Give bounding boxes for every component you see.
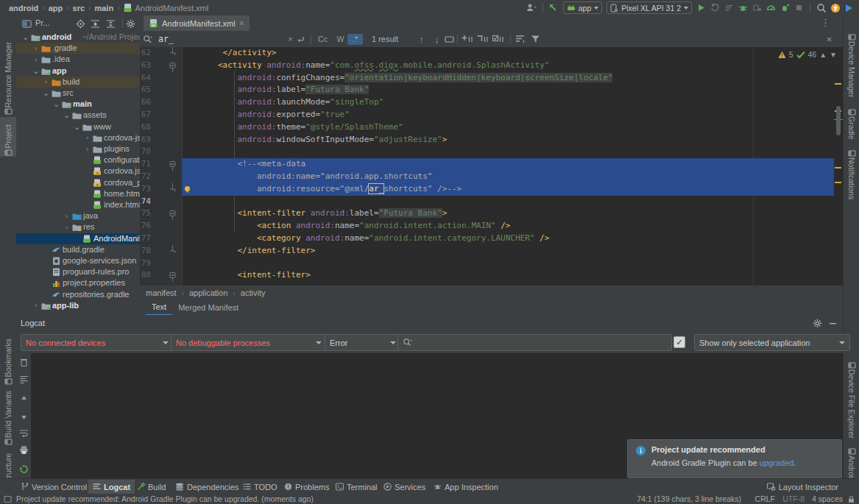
user-dropdown-icon[interactable] — [525, 1, 539, 15]
caret-position[interactable]: 74:1 (139 chars, 3 line breaks) — [637, 494, 741, 503]
tree-row[interactable]: build.gradle — [16, 244, 140, 255]
editor-view-tab-text[interactable]: Text — [146, 300, 172, 316]
stripe-warning-mark[interactable] — [835, 83, 841, 85]
editor-tab-androidmanifest[interactable]: MF AndroidManifest.xml × — [144, 15, 250, 32]
tree-row[interactable]: ⌄app — [16, 65, 140, 77]
intention-bulb-icon[interactable] — [183, 185, 191, 194]
breadcrumb-item-4[interactable]: AndroidManifest.xml — [132, 4, 212, 13]
tree-row[interactable]: JScordova_plugins.js — [16, 177, 140, 188]
indent-setting[interactable]: 4 spaces — [812, 494, 843, 503]
code-line[interactable]: android:resource="@xml/ar_shortcuts" />-… — [179, 183, 462, 196]
bottom-tab-services[interactable]: Services — [379, 480, 430, 494]
bottom-tab-terminal[interactable]: Terminal — [331, 480, 382, 494]
fold-marker-start[interactable] — [169, 269, 176, 282]
apply-code-changes-icon[interactable] — [722, 1, 736, 15]
bottom-tab-todo[interactable]: TODO — [238, 480, 282, 494]
profiler-icon[interactable] — [764, 1, 778, 15]
code-line[interactable]: <activity android:name="com.ofss.digx.mo… — [179, 60, 549, 72]
line-number[interactable]: 73 — [141, 183, 151, 196]
line-number[interactable]: 75 — [141, 207, 151, 220]
clear-logcat-icon[interactable] — [18, 357, 29, 368]
editor-gutter[interactable]: 62636465666768697071727374757677787980 — [140, 47, 182, 300]
fold-marker-end[interactable] — [169, 245, 176, 258]
stripe-warning-mark[interactable] — [835, 167, 841, 168]
stripe-button-resource-manager[interactable]: Resource Manager — [0, 33, 16, 116]
scroll-to-end-icon[interactable] — [18, 374, 29, 385]
file-encoding[interactable]: UTF-8 — [782, 494, 805, 503]
line-number[interactable]: 69 — [141, 134, 151, 146]
line-number[interactable]: 78 — [141, 245, 151, 258]
logcat-regex-checkbox[interactable]: ✓ — [674, 336, 685, 348]
notification-link[interactable]: upgraded — [760, 458, 794, 467]
tree-expander[interactable]: ⌄ — [32, 65, 39, 77]
find-input[interactable]: ar_ — [158, 34, 174, 44]
find-previous-button[interactable]: ↑ — [414, 34, 429, 45]
logcat-process-selector[interactable]: No debuggable processes — [171, 334, 327, 351]
tree-expander[interactable]: › — [32, 300, 39, 311]
structure-crumb-activity[interactable]: activity — [241, 288, 266, 297]
xml-structure-breadcrumb[interactable]: manifest›application›activity — [140, 285, 843, 300]
fold-marker-end[interactable] — [169, 47, 176, 60]
tree-expander[interactable]: › — [63, 210, 70, 221]
bottom-tab-problems[interactable]: Problems — [280, 480, 333, 494]
tree-row[interactable]: ›.idea — [16, 54, 140, 65]
print-icon[interactable] — [18, 444, 29, 455]
regex-toggle[interactable]: .* — [347, 34, 363, 45]
line-number[interactable]: 66 — [141, 96, 151, 109]
fold-marker-start[interactable] — [169, 60, 176, 72]
breadcrumb-item-1[interactable]: app — [46, 4, 66, 13]
line-separator[interactable]: CRLF — [755, 494, 775, 503]
tree-row[interactable]: ›plugins — [16, 143, 140, 155]
tree-row[interactable]: ›build — [16, 77, 140, 88]
find-close-button[interactable]: × — [821, 34, 837, 45]
bottom-tab-version-control[interactable]: Version Control — [16, 480, 91, 494]
tree-row[interactable]: ›java — [16, 210, 140, 221]
run-icon[interactable] — [694, 1, 708, 15]
search-icon[interactable] — [143, 35, 155, 44]
editor-view-tabs[interactable]: TextMerged Manifest — [140, 300, 843, 315]
logcat-hide-icon[interactable] — [828, 319, 838, 328]
run-with-coverage-icon[interactable] — [778, 1, 792, 15]
debug-icon[interactable] — [736, 1, 750, 15]
code-line[interactable]: android:theme="@style/SplashTheme" — [179, 121, 403, 134]
tree-expander[interactable]: ⌄ — [22, 32, 29, 43]
stripe-button-project[interactable]: Project — [0, 117, 16, 157]
line-number[interactable]: 80 — [141, 269, 151, 282]
search-everywhere-icon[interactable] — [814, 1, 828, 15]
more-options-icon[interactable]: ⋮ — [821, 18, 830, 27]
code-line[interactable]: </intent-filter> — [179, 245, 315, 258]
find-in-selection-icon[interactable] — [445, 31, 454, 47]
line-number[interactable]: 77 — [141, 233, 151, 245]
tree-row[interactable]: JScordova.js — [16, 166, 140, 177]
tree-row[interactable]: ⌄android~/Android Projects — [16, 32, 140, 43]
logcat-settings-icon[interactable] — [813, 319, 822, 328]
bottom-tab-app-inspection[interactable]: App Inspection — [429, 480, 503, 494]
filter-icon[interactable] — [531, 31, 540, 47]
tree-row[interactable]: home.html — [16, 188, 140, 199]
line-number[interactable]: 72 — [141, 171, 151, 183]
tree-expander[interactable]: ⌄ — [53, 99, 60, 110]
fold-marker-start[interactable] — [169, 158, 176, 171]
select-all-occurrences-icon[interactable] — [492, 31, 505, 47]
close-icon[interactable]: × — [239, 18, 244, 29]
tree-expander[interactable]: ⌄ — [43, 88, 49, 99]
tree-row[interactable]: ⌄main — [16, 99, 140, 110]
line-number[interactable]: 62 — [141, 47, 151, 60]
scroll-up-icon[interactable] — [18, 394, 29, 405]
tree-row[interactable]: ›res — [16, 221, 140, 233]
stripe-button-gradle[interactable]: Gradle — [844, 108, 859, 148]
tree-row[interactable]: ›app-lib — [16, 300, 140, 311]
find-input-group[interactable]: ar_ — [143, 31, 174, 47]
ide-update-icon[interactable] — [828, 1, 842, 15]
editor-scrollbar-thumb[interactable] — [836, 106, 841, 135]
tree-expander[interactable]: ⌄ — [74, 121, 80, 132]
android-studio-icon[interactable] — [842, 1, 856, 15]
stripe-button-bookmarks[interactable]: Bookmarks — [0, 337, 16, 386]
module-selector[interactable]: app — [563, 1, 603, 14]
line-number[interactable]: 70 — [141, 146, 151, 158]
tree-row[interactable]: repositories.gradle — [16, 289, 140, 300]
logcat-device-selector[interactable]: No connected devices — [21, 334, 174, 351]
notification-balloon[interactable]: i Project update recommended Android Gra… — [627, 439, 842, 478]
status-message-icon[interactable] — [4, 495, 12, 503]
settings-icon[interactable] — [126, 19, 135, 29]
